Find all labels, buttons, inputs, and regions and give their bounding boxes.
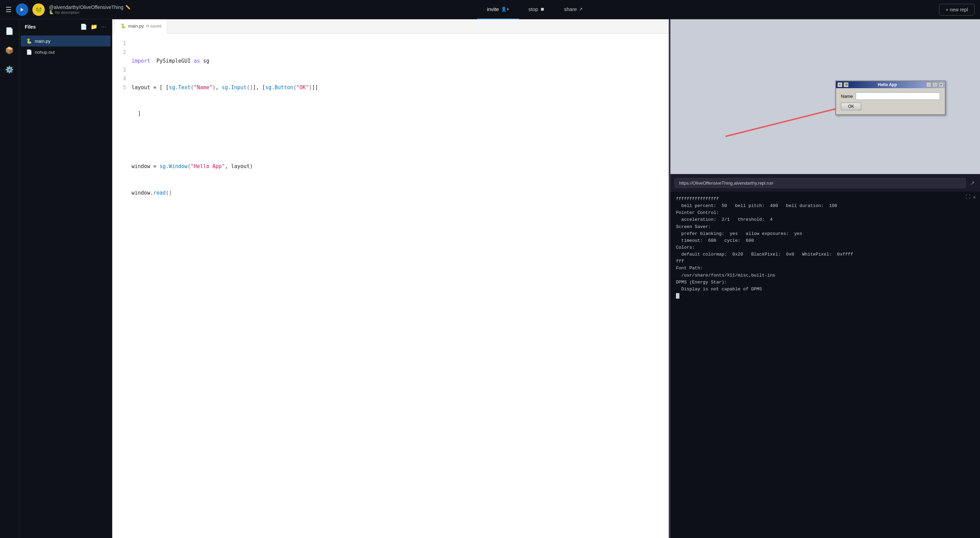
hamburger-icon[interactable]: ☰ xyxy=(5,5,12,14)
new-repl-button[interactable]: + new repl xyxy=(939,4,975,16)
stop-icon: ⏹ xyxy=(540,6,545,12)
hello-app-window: ✕ 🐢 Hello App – □ ✕ Name OK xyxy=(835,81,945,115)
code-editor: 🐍 main.py ⟳ saved 1 2 3 4 5 import PySim… xyxy=(112,19,669,538)
description-text: No description xyxy=(55,10,79,14)
tab-python-icon: 🐍 xyxy=(121,24,126,29)
window-body: Name OK xyxy=(836,88,945,115)
file-panel: Files 📄 📁 ⋯ 🐍 main.py 📄 nohup.out xyxy=(19,19,112,538)
file-panel-actions: 📄 📁 ⋯ xyxy=(80,24,107,30)
invite-icon: 👤+ xyxy=(501,6,509,12)
python-file-icon: 🐍 xyxy=(26,38,32,44)
topbar: ☰ 🐸 @alvendarthy/OliveOffensiveThing ✏️ … xyxy=(0,0,980,19)
terminal-line-3: acceleration: 2/1 threshold: 4 xyxy=(676,216,975,223)
terminal-line-7: Colors: xyxy=(676,244,975,251)
file-name-nohup: nohup.out xyxy=(35,49,55,55)
terminal-close-icon[interactable]: ✕ xyxy=(973,194,976,200)
window-maximize-btn[interactable]: □ xyxy=(932,82,937,87)
username-label: @alvendarthy/OliveOffensiveThing xyxy=(49,5,123,10)
terminal-line-5: prefer blanking: yes allow exposures: ye… xyxy=(676,231,975,237)
user-info: @alvendarthy/OliveOffensiveThing ✏️ 🐍 No… xyxy=(49,5,130,14)
more-options-icon[interactable]: ⋯ xyxy=(101,24,107,30)
file-item-main-py[interactable]: 🐍 main.py xyxy=(21,35,111,46)
repo-description: 🐍 No description xyxy=(49,10,130,14)
file-panel-title: Files xyxy=(25,24,78,30)
icon-sidebar: 📄 📦 ⚙️ xyxy=(0,19,19,538)
nav-tabs: invite 👤+ stop ⏹ share ↗ xyxy=(135,0,935,19)
user-avatar: 🐸 xyxy=(32,3,45,16)
window-title: Hello App xyxy=(850,82,925,87)
terminal-line-4: Screen Saver: xyxy=(676,224,975,231)
window-minimize-btn[interactable]: – xyxy=(926,82,931,87)
line-numbers: 1 2 3 4 5 xyxy=(112,34,129,538)
terminal-line-10: Font Path: xyxy=(676,265,975,272)
window-titlebar: ✕ 🐢 Hello App – □ ✕ xyxy=(836,81,945,88)
terminal-line-13: Display is not capable of DPMS xyxy=(676,286,975,293)
terminal-line-8: default colormap: 0x20 BlackPixel: 0x0 W… xyxy=(676,251,975,258)
terminal-cursor-line[interactable] xyxy=(676,293,975,300)
terminal-line-1: bell percent: 50 bell pitch: 400 bell du… xyxy=(676,202,975,209)
window-name-input[interactable] xyxy=(856,92,940,100)
url-bar-area: ↗ xyxy=(670,174,980,191)
terminal-line-2: Pointer Control: xyxy=(676,209,975,216)
open-external-icon[interactable]: ↗ xyxy=(969,178,976,188)
terminal-cursor xyxy=(676,293,679,299)
terminal-line-12: DPMS (Energy Star): xyxy=(676,279,975,286)
sidebar-files-icon[interactable]: 📄 xyxy=(3,25,16,37)
main-layout: 📄 📦 ⚙️ Files 📄 📁 ⋯ 🐍 main.py 📄 nohup.out xyxy=(0,19,980,538)
invite-label: invite xyxy=(487,6,499,12)
sidebar-packages-icon[interactable]: 📦 xyxy=(3,44,16,56)
replit-logo xyxy=(16,3,28,16)
code-line-6: window.read() xyxy=(132,189,669,198)
file-name-main-py: main.py xyxy=(35,38,51,44)
file-icon-nohup: 📄 xyxy=(26,49,32,55)
file-item-nohup[interactable]: 📄 nohup.out xyxy=(21,46,111,57)
terminal-line-11: /usr/share/fonts/X11/misc,built-ins xyxy=(676,272,975,279)
right-panel: ✕ 🐢 Hello App – □ ✕ Name OK xyxy=(670,19,980,538)
editor-tab-main-py[interactable]: 🐍 main.py ⟳ saved xyxy=(115,19,167,34)
stop-label: stop xyxy=(528,6,538,12)
window-x-btn[interactable]: ✕ xyxy=(939,82,943,87)
code-line-1: import PySimpleGUI as sg xyxy=(132,57,669,66)
editor-content[interactable]: 1 2 3 4 5 import PySimpleGUI as sg layou… xyxy=(112,34,669,538)
window-close-btn[interactable]: ✕ xyxy=(837,82,842,87)
share-label: share xyxy=(564,6,577,12)
code-line-3: ] xyxy=(132,110,669,118)
topbar-right: + new repl xyxy=(939,4,975,16)
editor-tab-status: ⟳ saved xyxy=(146,24,162,29)
terminal-line-6: timeout: 600 cycle: 600 xyxy=(676,237,975,244)
editor-tab-name: main.py xyxy=(128,24,144,29)
editor-tabs: 🐍 main.py ⟳ saved xyxy=(112,19,669,34)
code-lines[interactable]: import PySimpleGUI as sg layout = [ [sg.… xyxy=(129,34,669,538)
tab-invite[interactable]: invite 👤+ xyxy=(477,0,519,19)
window-name-label: Name xyxy=(841,94,853,99)
description-emoji: 🐍 xyxy=(49,10,54,14)
edit-icon[interactable]: ✏️ xyxy=(125,5,130,10)
sidebar-settings-icon[interactable]: ⚙️ xyxy=(3,64,16,76)
terminal-expand-icon[interactable]: ⛶ xyxy=(966,194,970,200)
file-list: 🐍 main.py 📄 nohup.out xyxy=(19,34,112,59)
new-folder-icon[interactable]: 📁 xyxy=(91,24,97,30)
tab-stop[interactable]: stop ⏹ xyxy=(519,0,554,19)
terminal-line-0: ffffffffffffffff xyxy=(676,196,975,202)
window-ok-button[interactable]: OK xyxy=(841,103,861,110)
file-panel-header: Files 📄 📁 ⋯ xyxy=(19,19,112,34)
new-file-icon[interactable]: 📄 xyxy=(80,24,87,30)
share-icon: ↗ xyxy=(579,6,582,12)
tab-share[interactable]: share ↗ xyxy=(554,0,593,19)
preview-area: ✕ 🐢 Hello App – □ ✕ Name OK xyxy=(670,19,980,174)
code-line-4 xyxy=(132,136,669,145)
code-line-2: layout = [ [sg.Text("Name"), sg.Input()]… xyxy=(132,83,669,92)
terminal-line-9: fff xyxy=(676,258,975,265)
window-ok-row: OK xyxy=(841,103,940,110)
terminal: ⛶ ✕ ffffffffffffffff bell percent: 50 be… xyxy=(670,191,980,538)
url-input[interactable] xyxy=(675,178,966,188)
window-icon: 🐢 xyxy=(844,82,848,87)
terminal-toolbar: ⛶ ✕ xyxy=(966,194,976,200)
code-line-5: window = sg.Window("Hello App", layout) xyxy=(132,162,669,171)
window-name-row: Name xyxy=(841,92,940,100)
